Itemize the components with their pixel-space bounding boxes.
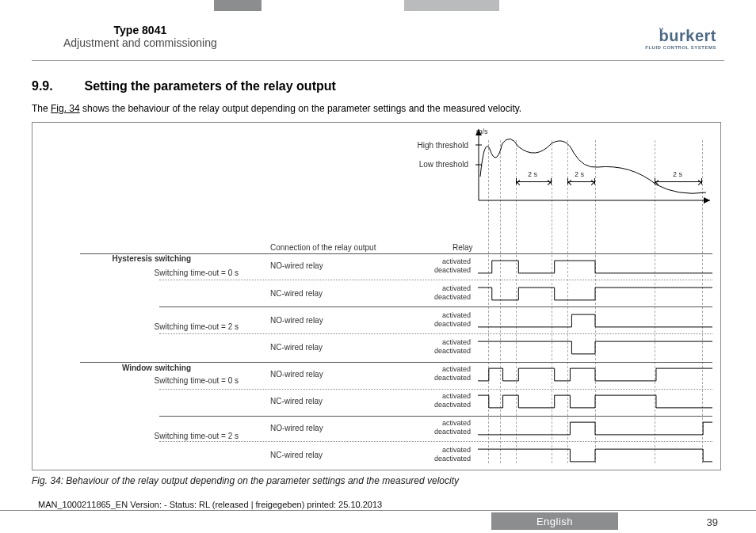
- footer-language: English: [491, 512, 618, 530]
- row8-relay-type: NC-wired relay: [270, 451, 323, 459]
- page-footer: MAN_1000211865_EN Version: - Status: RL …: [0, 497, 756, 533]
- row6-wave: [478, 392, 712, 411]
- label-timeout0-a: Switching time-out = 0 s: [56, 268, 239, 277]
- row1-states: activateddeactivated: [434, 257, 471, 275]
- label-low-threshold: Low threshold: [419, 160, 468, 169]
- col-connection-label: Connection of the relay output: [270, 243, 376, 252]
- brand-tagline: FLUID CONTROL SYSTEMS: [645, 45, 716, 50]
- section-lead: The Fig. 34 shows the behaviour of the r…: [32, 103, 724, 114]
- row6-states: activateddeactivated: [434, 392, 471, 409]
- doc-type: Type 8041: [63, 24, 217, 36]
- page-content: 9.9. Setting the parameters of the relay…: [32, 79, 724, 486]
- label-timeout2-a: Switching time-out = 2 s: [56, 322, 239, 331]
- row5-wave: [478, 365, 712, 384]
- span-2s-1: 2 s: [528, 170, 537, 178]
- section-heading: 9.9. Setting the parameters of the relay…: [32, 79, 724, 93]
- row5-relay-type: NO-wired relay: [270, 370, 323, 379]
- label-high-threshold: High threshold: [418, 141, 468, 150]
- footer-page-number: 39: [707, 516, 718, 528]
- section-number: 9.9.: [32, 79, 81, 93]
- row7-relay-type: NO-wired relay: [270, 424, 323, 432]
- top-tab-light: [404, 0, 499, 11]
- row4-wave: [478, 338, 712, 357]
- span-2s-3: 2 s: [673, 170, 682, 178]
- fig-ref-link[interactable]: Fig. 34: [51, 103, 80, 114]
- section-title: Setting the parameters of the relay outp…: [84, 79, 335, 93]
- footer-rule: [0, 510, 756, 511]
- span-2s-2: 2 s: [575, 170, 584, 178]
- row4-relay-type: NC-wired relay: [270, 343, 323, 352]
- brand-logo: b..urkert FLUID CONTROL SYSTEMS: [645, 27, 716, 50]
- label-hysteresis: Hysteresis switching: [56, 254, 191, 263]
- row1-relay-type: NO-wired relay: [270, 261, 323, 270]
- page-header: Type 8041 Adjustment and commissioning b…: [32, 16, 724, 63]
- footer-status: MAN_1000211865_EN Version: - Status: RL …: [38, 500, 382, 509]
- svg-marker-3: [704, 197, 710, 204]
- header-rule: [32, 60, 724, 61]
- top-tab-strip: [0, 0, 756, 11]
- row3-wave: [478, 311, 712, 330]
- label-timeout2-b: Switching time-out = 2 s: [56, 432, 239, 440]
- row8-wave: [478, 446, 712, 465]
- row3-states: activateddeactivated: [434, 311, 471, 329]
- label-timeout0-b: Switching time-out = 0 s: [56, 376, 239, 385]
- row3-relay-type: NO-wired relay: [270, 316, 323, 325]
- label-window: Window switching: [56, 364, 191, 372]
- row7-states: activateddeactivated: [434, 419, 471, 436]
- row2-wave: [478, 284, 712, 303]
- graph-unit: m/s: [476, 128, 488, 135]
- doc-subtitle: Adjustment and commissioning: [63, 36, 217, 49]
- row4-states: activateddeactivated: [434, 338, 471, 356]
- row5-states: activateddeactivated: [434, 365, 471, 383]
- row8-states: activateddeactivated: [434, 446, 471, 463]
- figure-caption: Fig. 34: Behaviour of the relay output d…: [32, 475, 724, 486]
- relay-diagram: m/s High threshold Low threshold 2 s 2 s…: [32, 122, 721, 470]
- top-tab-dark: [214, 0, 262, 11]
- row7-wave: [478, 419, 712, 438]
- row2-relay-type: NC-wired relay: [270, 289, 323, 298]
- row2-states: activateddeactivated: [434, 284, 471, 302]
- row1-wave: [478, 257, 712, 276]
- col-relay-label: Relay: [452, 243, 473, 252]
- row6-relay-type: NC-wired relay: [270, 397, 323, 405]
